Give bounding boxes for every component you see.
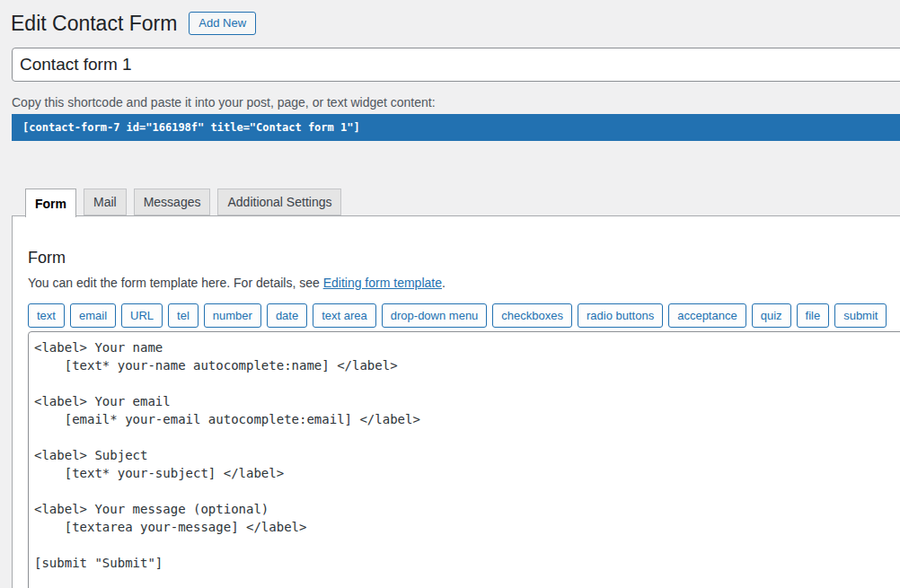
tab-messages[interactable]: Messages [134, 189, 211, 215]
form-title-input[interactable] [12, 48, 900, 82]
tag-button-text-area[interactable]: text area [313, 303, 376, 328]
form-template-help-suffix: . [442, 276, 446, 290]
edit-contact-form-screen: Edit Contact Form Add New Copy this shor… [0, 0, 900, 588]
tag-button-acceptance[interactable]: acceptance [668, 303, 746, 328]
page-title: Edit Contact Form [11, 11, 177, 36]
panel-heading: Form [28, 248, 900, 268]
tab-additional-settings[interactable]: Additional Settings [217, 189, 341, 215]
tag-button-date[interactable]: date [267, 303, 307, 328]
tag-button-checkboxes[interactable]: checkboxes [492, 303, 572, 328]
form-template-textarea[interactable]: <label> Your name [text* your-name autoc… [28, 331, 900, 588]
page-header: Edit Contact Form Add New [11, 11, 256, 36]
tag-button-email[interactable]: email [70, 303, 116, 328]
tag-button-file[interactable]: file [797, 303, 830, 328]
tag-button-submit[interactable]: submit [834, 303, 887, 328]
tag-button-text[interactable]: text [28, 303, 65, 328]
shortcode-value-box[interactable]: [contact-form-7 id="166198f" title="Cont… [12, 114, 900, 141]
tag-generator-toolbar: text email URL tel number date text area… [28, 303, 900, 328]
editor-tabs: Form Mail Messages Additional Settings [25, 189, 341, 217]
tag-button-radio-buttons[interactable]: radio buttons [578, 303, 663, 328]
tab-form[interactable]: Form [25, 189, 76, 217]
add-new-button[interactable]: Add New [189, 12, 256, 35]
editing-form-template-link[interactable]: Editing form template [323, 276, 442, 290]
tag-button-tel[interactable]: tel [168, 303, 199, 328]
tag-button-url[interactable]: URL [121, 303, 163, 328]
form-template-help: You can edit the form template here. For… [28, 276, 900, 291]
tag-button-drop-down-menu[interactable]: drop-down menu [382, 303, 488, 328]
form-template-help-prefix: You can edit the form template here. For… [28, 276, 323, 290]
form-tab-panel: Form You can edit the form template here… [12, 215, 900, 588]
tab-mail[interactable]: Mail [84, 189, 127, 215]
shortcode-help-text: Copy this shortcode and paste it into yo… [12, 95, 436, 110]
tag-button-quiz[interactable]: quiz [752, 303, 791, 328]
tag-button-number[interactable]: number [204, 303, 261, 328]
